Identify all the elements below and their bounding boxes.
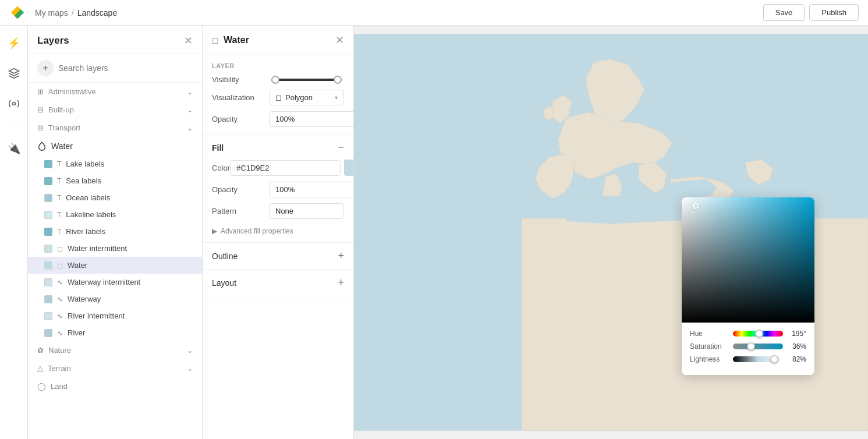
lightness-row: Lightness 82% [690,355,806,363]
saturation-thumb[interactable] [747,342,755,351]
waterway-color [44,295,52,303]
opacity-label: Opacity [212,115,264,123]
ocean-labels-type-icon: T [57,194,61,202]
saturation-value: 36% [785,342,806,351]
layer-waterway-intermittent[interactable]: ∿ Waterway intermittent [28,274,202,291]
waterway-type-icon: ∿ [57,295,63,303]
layout-row: Layout + [203,270,353,296]
layer-lake-labels[interactable]: T Lake labels [28,155,202,172]
style-icon-btn[interactable] [3,93,24,114]
layer-lakeline-labels[interactable]: T Lakeline labels [28,206,202,223]
layers-title: Layers [37,35,69,47]
water-group-icon [37,141,47,151]
viz-value: Polygon [285,93,313,102]
group-administrative[interactable]: ⊞ Administrative ⌄ [28,83,202,101]
lakeline-labels-type-icon: T [57,211,61,219]
lightness-value: 82% [785,355,806,363]
group-transport[interactable]: ⊟ Transport ⌄ [28,119,202,137]
lightness-thumb[interactable] [770,355,778,363]
opacity-input[interactable] [269,111,354,127]
properties-panel: ◻ Water ✕ Layer Visibility Visualization [203,26,354,439]
saturation-track[interactable] [733,344,783,349]
svg-marker-0 [9,69,19,73]
topbar-actions: Save Publish [763,4,859,21]
expand-icon-terrain: ⌄ [187,364,193,373]
layer-section: Layer Visibility Visualization ◻ Polygon… [203,55,353,134]
my-maps-link[interactable]: My maps [35,8,68,17]
saturation-row: Saturation 36% [690,342,806,351]
opacity-row: Opacity [212,111,344,127]
fill-section: Fill − Color Opacity Pattern None [203,134,353,243]
river-labels-type-icon: T [57,228,61,236]
waterway-intermittent-color [44,278,52,286]
layer-waterway[interactable]: ∿ Waterway [28,291,202,307]
hue-track[interactable] [733,331,783,337]
viz-chevron: ▾ [335,94,338,101]
color-gradient-area[interactable] [682,197,814,323]
lightning-icon-btn[interactable]: ⚡ [3,33,24,54]
color-input[interactable] [230,160,341,176]
group-terrain[interactable]: △ Terrain ⌄ [28,359,202,377]
map-name: Landscape [77,8,118,17]
advanced-fill-row[interactable]: ▶ Advanced fill properties [212,225,344,235]
layers-close-button[interactable]: ✕ [184,36,193,46]
river-intermittent-color [44,312,52,320]
hue-row: Hue 195° [690,330,806,338]
visualization-select[interactable]: ◻ Polygon ▾ [269,90,344,105]
props-close-button[interactable]: ✕ [335,34,344,47]
layers-list: ⊞ Administrative ⌄ ⊟ Built-up ⌄ ⊟ Transp… [28,83,202,439]
layers-panel-header: Layers ✕ [28,26,202,54]
breadcrumb-separator: / [72,8,74,17]
expand-icon-builtup: ⌄ [187,106,193,114]
outline-add-button[interactable]: + [338,250,344,262]
search-input[interactable] [58,63,193,73]
visibility-label: Visibility [212,75,264,84]
group-water[interactable]: Water [28,137,202,155]
layer-water[interactable]: ◻ Water [28,257,202,274]
water-color [44,261,52,270]
props-title: Water [224,35,331,45]
expand-icon-transport: ⌄ [187,124,193,132]
fill-minus-button[interactable]: − [338,141,344,154]
river-intermittent-type-icon: ∿ [57,312,63,320]
layer-sea-labels[interactable]: T Sea labels [28,172,202,189]
app-logo[interactable] [9,5,26,21]
group-nature[interactable]: ✿ Nature ⌄ [28,341,202,359]
advanced-fill-label: Advanced fill properties [221,227,293,235]
visibility-thumb-left[interactable] [271,76,279,84]
map-area[interactable]: Hue 195° Saturation 36% Lightness [354,26,868,439]
lightness-label: Lightness [690,355,731,363]
transport-icon: ⊟ [37,123,44,132]
layers-panel: Layers ✕ + ⊞ Administrative ⌄ ⊟ Built-up… [28,26,203,439]
layer-river[interactable]: ∿ River [28,324,202,341]
layer-river-labels[interactable]: T River labels [28,223,202,240]
fill-opacity-input[interactable] [269,182,354,197]
ocean-labels-color [44,194,52,202]
layout-add-button[interactable]: + [338,277,344,289]
expand-icon: ⌄ [187,88,193,96]
nature-icon: ✿ [37,346,44,355]
saturation-label: Saturation [690,342,731,351]
breadcrumb: My maps / Landscape [35,8,117,17]
visibility-slider-container[interactable] [271,79,342,81]
layer-ocean-labels[interactable]: T Ocean labels [28,189,202,206]
pattern-select[interactable]: None [269,203,344,219]
group-builtup[interactable]: ⊟ Built-up ⌄ [28,101,202,119]
save-button[interactable]: Save [763,4,805,21]
layer-river-intermittent[interactable]: ∿ River intermittent [28,307,202,324]
add-layer-button[interactable]: + [37,60,54,76]
layers-icon-btn[interactable] [3,63,24,84]
color-swatch[interactable] [344,160,354,176]
visibility-thumb-right[interactable] [334,76,342,84]
fill-opacity-row: Opacity [212,182,344,197]
plugin-icon-btn[interactable]: 🔌 [3,138,24,159]
viz-icon: ◻ [275,93,282,102]
lakeline-labels-color [44,211,52,219]
group-land[interactable]: ◯ Land [28,377,202,395]
layer-water-intermittent[interactable]: ◻ Water intermittent [28,240,202,257]
pattern-label: Pattern [212,207,264,215]
hue-thumb[interactable] [755,330,763,338]
publish-button[interactable]: Publish [809,4,859,21]
sea-labels-color [44,177,52,185]
lightness-track[interactable] [733,356,783,362]
